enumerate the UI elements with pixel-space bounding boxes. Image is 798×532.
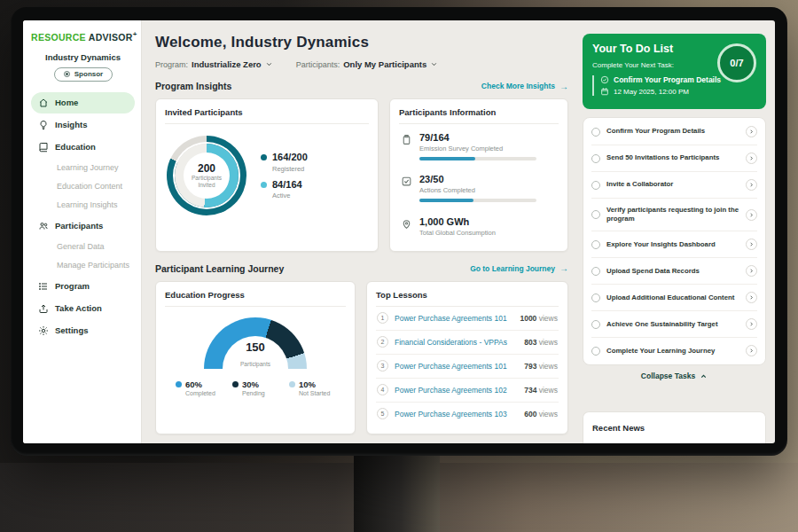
task-checkbox[interactable] <box>591 128 600 137</box>
task-open-button[interactable] <box>746 209 757 221</box>
monitor-stand <box>354 454 440 532</box>
task-label: Invite a Collaborator <box>606 180 739 189</box>
legend-completed: 60% Completed <box>176 379 222 396</box>
invited-participants-card: Invited Participants 200 Participants In… <box>155 98 379 252</box>
lesson-rank: 3 <box>377 360 388 372</box>
sidebar-item-home[interactable]: Home <box>31 92 135 113</box>
sidebar-item-label: Settings <box>55 325 88 335</box>
lesson-views-suffix: views <box>539 314 558 323</box>
registered-value: 164/200 <box>272 152 308 162</box>
todo-panel: Your To Do List 0/7 Complete Your Next T… <box>580 20 775 443</box>
lesson-link[interactable]: Financial Considerations - VPPAs <box>395 338 518 347</box>
emission-survey-value: 79/164 <box>419 132 536 143</box>
go-to-learning-journey-link[interactable]: Go to Learning Journey → <box>470 263 568 273</box>
lesson-views-suffix: views <box>539 410 558 419</box>
lesson-rank: 2 <box>377 336 388 348</box>
sidebar-item-participants[interactable]: Participants <box>31 215 135 237</box>
task-row[interactable]: Send 50 Invitations to Participants <box>591 145 757 172</box>
dashboard-screen: RESOURCE ADVISOR+ Industry Dynamics Spon… <box>23 20 775 443</box>
task-checkbox[interactable] <box>591 293 600 302</box>
lightbulb-icon <box>38 120 49 130</box>
task-row[interactable]: Verify participants requesting to join t… <box>591 199 757 231</box>
active-label: Active <box>272 192 302 200</box>
sidebar-item-manage-participants[interactable]: Manage Participants <box>31 256 135 275</box>
task-row[interactable]: Explore Your Insights Dashboard <box>591 231 757 258</box>
task-row[interactable]: Upload Additional Educational Content <box>591 285 757 311</box>
global-consumption-value: 1,000 GWh <box>419 216 496 227</box>
task-checkbox[interactable] <box>591 347 600 356</box>
sidebar-item-insights[interactable]: Insights <box>31 114 135 136</box>
participants-filter[interactable]: Participants: Only My Participants <box>296 59 439 69</box>
lesson-views-count: 600 <box>524 410 536 419</box>
sidebar-item-settings[interactable]: Settings <box>31 320 135 341</box>
lesson-row[interactable]: 1 Power Purchase Agreements 101 1000 vie… <box>376 307 559 331</box>
sidebar-item-learning-insights[interactable]: Learning Insights <box>31 196 135 215</box>
top-lessons-card: Top Lessons 1 Power Purchase Agreements … <box>366 281 568 434</box>
active-value: 84/164 <box>272 179 302 190</box>
chevron-down-icon <box>265 60 273 68</box>
task-open-button[interactable] <box>746 265 757 277</box>
lesson-row[interactable]: 5 Power Purchase Agreements 103 600 view… <box>376 403 559 426</box>
task-open-button[interactable] <box>746 126 757 137</box>
task-checkbox[interactable] <box>591 320 600 329</box>
gauge-center-label: Participants <box>240 361 270 367</box>
task-row[interactable]: Confirm Your Program Details <box>591 119 757 145</box>
registered-label: Registered <box>272 165 308 173</box>
sidebar-item-label: Insights <box>55 120 87 129</box>
task-open-button[interactable] <box>746 318 757 330</box>
sponsor-badge: Sponsor <box>54 67 113 82</box>
lesson-link[interactable]: Power Purchase Agreements 102 <box>395 386 518 395</box>
sidebar-item-take-action[interactable]: Take Action <box>31 298 135 319</box>
book-icon <box>38 142 49 153</box>
logo-advisor: ADVISOR <box>89 32 133 43</box>
check-more-insights-link[interactable]: Check More Insights → <box>481 82 568 91</box>
lesson-views-suffix: views <box>539 362 558 371</box>
lesson-views-count: 793 <box>524 362 536 371</box>
task-checkbox[interactable] <box>591 210 600 219</box>
task-open-button[interactable] <box>746 179 757 191</box>
sidebar-item-education[interactable]: Education <box>31 137 135 158</box>
lesson-link[interactable]: Power Purchase Agreements 103 <box>395 410 518 419</box>
todo-subtitle: Complete Your Next Task: <box>592 61 756 69</box>
task-open-button[interactable] <box>746 239 757 250</box>
task-row[interactable]: Upload Spend Data Records <box>591 258 757 285</box>
sidebar: RESOURCE ADVISOR+ Industry Dynamics Spon… <box>23 20 142 443</box>
recent-news-bar[interactable]: Recent News <box>583 411 766 443</box>
task-open-button[interactable] <box>746 292 757 303</box>
task-checkbox[interactable] <box>591 240 600 249</box>
sidebar-item-education-content[interactable]: Education Content <box>31 177 135 196</box>
task-checkbox[interactable] <box>591 267 600 276</box>
section-title: Program Insights <box>155 81 231 91</box>
collapse-tasks-button[interactable]: Collapse Tasks <box>583 372 766 380</box>
active-dot <box>261 182 267 188</box>
action-arrow-icon <box>38 303 49 314</box>
lesson-row[interactable]: 2 Financial Considerations - VPPAs 803 v… <box>376 331 559 355</box>
lesson-rank: 4 <box>377 384 388 395</box>
emission-survey-progress <box>419 157 536 160</box>
task-row[interactable]: Invite a Collaborator <box>591 172 757 199</box>
task-row[interactable]: Complete Your Learning Journey <box>591 338 757 364</box>
sidebar-item-general-data[interactable]: General Data <box>31 238 135 256</box>
task-checkbox[interactable] <box>591 181 600 190</box>
lesson-row[interactable]: 4 Power Purchase Agreements 102 734 view… <box>376 379 559 403</box>
recent-news-title: Recent News <box>592 423 645 433</box>
task-open-button[interactable] <box>746 345 757 356</box>
program-filter[interactable]: Program: Industrialize Zero <box>155 59 273 69</box>
task-row[interactable]: Achieve One Sustainability Target <box>591 311 757 338</box>
program-filter-label: Program: <box>155 60 188 69</box>
task-checkbox[interactable] <box>591 154 600 163</box>
calendar-icon <box>600 87 609 96</box>
chevron-right-icon <box>748 212 755 218</box>
lesson-views-count: 803 <box>524 338 536 347</box>
clipboard-icon <box>401 134 412 145</box>
lesson-link[interactable]: Power Purchase Agreements 101 <box>395 362 518 371</box>
chevron-down-icon <box>430 60 438 68</box>
sidebar-item-program[interactable]: Program <box>31 276 135 297</box>
target-icon <box>63 70 71 78</box>
chevron-right-icon <box>748 129 755 135</box>
sidebar-item-learning-journey[interactable]: Learning Journey <box>31 159 135 177</box>
task-open-button[interactable] <box>746 153 757 164</box>
gauge-center-value: 150 <box>204 341 307 354</box>
lesson-link[interactable]: Power Purchase Agreements 101 <box>395 314 513 323</box>
lesson-row[interactable]: 3 Power Purchase Agreements 101 793 view… <box>376 355 559 379</box>
